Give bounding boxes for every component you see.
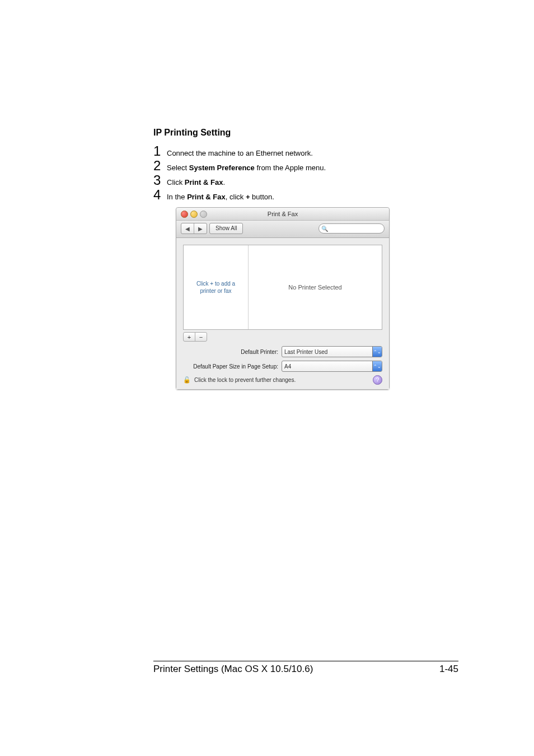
- nav-segment: ◀ ▶: [181, 223, 207, 234]
- step4-post: button.: [250, 193, 274, 201]
- step4-bold1: Print & Fax: [187, 193, 226, 201]
- step-number-1: 1: [153, 144, 167, 158]
- step3-pre: Click: [167, 178, 185, 186]
- default-printer-label: Default Printer:: [183, 349, 282, 355]
- add-printer-button[interactable]: +: [184, 333, 195, 341]
- zoom-icon[interactable]: [200, 211, 207, 218]
- printer-list: Click + to add a printer or fax: [184, 245, 249, 329]
- forward-button[interactable]: ▶: [194, 223, 207, 234]
- minimize-icon[interactable]: [190, 211, 198, 218]
- window-toolbar: ◀ ▶ Show All 🔍: [176, 221, 389, 238]
- show-all-button[interactable]: Show All: [209, 223, 243, 234]
- step2-pre: Select: [167, 164, 189, 172]
- section-heading: IP Printing Setting: [153, 128, 458, 138]
- list-hint-line2: printer or fax: [200, 288, 231, 294]
- mac-window: Print & Fax ◀ ▶ Show All 🔍: [176, 207, 390, 390]
- lock-text: Click the lock to prevent further change…: [194, 377, 296, 383]
- lock-icon[interactable]: 🔓: [183, 376, 191, 384]
- list-hint-line1: Click + to add a: [196, 281, 235, 287]
- window-titlebar: Print & Fax: [176, 208, 389, 221]
- step-number-4: 4: [153, 188, 167, 202]
- footer-left: Printer Settings (Mac OS X 10.5/10.6): [153, 664, 313, 675]
- step4-pre: In the: [167, 193, 187, 201]
- step-text-3: Click Print & Fax.: [167, 176, 225, 186]
- chevron-updown-icon: ⌃⌄: [372, 347, 382, 357]
- paper-size-value: A4: [284, 363, 291, 370]
- steps-list: 1 Connect the machine to an Ethernet net…: [153, 144, 458, 202]
- help-button[interactable]: ?: [373, 375, 382, 385]
- step3-bold: Print & Fax: [185, 178, 223, 186]
- step2-post: from the Apple menu.: [255, 164, 326, 172]
- add-remove-segment: + −: [183, 332, 207, 342]
- window-title: Print & Fax: [176, 208, 389, 220]
- paper-size-label: Default Paper Size in Page Setup:: [183, 363, 282, 370]
- step-text-2: Select System Preference from the Apple …: [167, 161, 326, 172]
- paper-size-select[interactable]: A4 ⌃⌄: [282, 361, 382, 372]
- footer-right: 1-45: [439, 664, 458, 675]
- printer-detail-pane: No Printer Selected: [249, 245, 382, 329]
- step-text-4: In the Print & Fax, click + button.: [167, 190, 274, 201]
- default-printer-value: Last Printer Used: [284, 349, 327, 355]
- step2-bold: System Preference: [189, 164, 255, 172]
- search-input[interactable]: 🔍: [318, 223, 385, 234]
- remove-printer-button[interactable]: −: [195, 333, 207, 341]
- traffic-lights: [181, 211, 207, 218]
- step-number-2: 2: [153, 159, 167, 172]
- back-button[interactable]: ◀: [181, 223, 194, 234]
- search-icon: 🔍: [321, 226, 328, 232]
- default-printer-select[interactable]: Last Printer Used ⌃⌄: [282, 346, 382, 357]
- chevron-updown-icon: ⌃⌄: [372, 361, 382, 371]
- step4-mid: , click: [226, 193, 246, 201]
- no-printer-label: No Printer Selected: [288, 284, 341, 291]
- step3-post: .: [223, 178, 225, 186]
- step-text-1: Connect the machine to an Ethernet netwo…: [167, 147, 313, 157]
- step-number-3: 3: [153, 174, 167, 187]
- page-footer: Printer Settings (Mac OS X 10.5/10.6) 1-…: [153, 661, 458, 675]
- printer-list-box: Click + to add a printer or fax No Print…: [183, 245, 382, 330]
- close-icon[interactable]: [181, 211, 188, 218]
